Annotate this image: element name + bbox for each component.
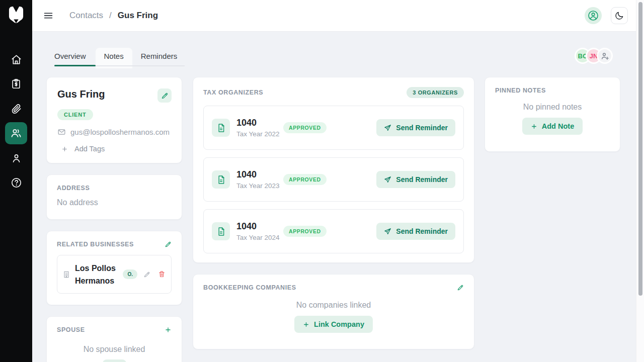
sidebar-item-home[interactable] <box>5 48 27 70</box>
delete-business-button[interactable] <box>158 270 166 278</box>
contacts-icon <box>10 127 22 139</box>
edit-bookkeeping-button[interactable] <box>457 284 464 291</box>
top-header: Contacts / Gus Fring <box>32 0 644 32</box>
spouse-empty-text: No spouse linked <box>57 345 172 354</box>
page-title: Gus Fring <box>118 11 158 21</box>
status-badge: APPROVED <box>283 122 327 133</box>
contact-email: gus@lospolloshermanos.com <box>70 128 170 136</box>
related-businesses-title: RELATED BUSINESSES <box>57 241 134 248</box>
pinned-notes-empty-text: No pinned notes <box>495 103 610 112</box>
organizer-form: 1040 <box>236 169 283 180</box>
envelope-icon <box>57 128 66 136</box>
paper-plane-icon <box>384 228 391 235</box>
hamburger-icon <box>43 10 54 21</box>
edit-pencil-icon <box>143 271 150 278</box>
person-plus-icon <box>600 51 610 61</box>
add-tags-button[interactable]: Add Tags <box>61 145 172 153</box>
related-business-row: Los Pollos Hermanos O. <box>57 255 172 294</box>
breadcrumb-separator: / <box>109 11 112 21</box>
plus-icon <box>303 321 309 328</box>
add-note-button[interactable]: Add Note <box>522 118 583 135</box>
contact-profile-card: Gus Fring CLIENT gus@lospolloshermanos.c… <box>46 77 182 163</box>
edit-contact-button[interactable] <box>157 88 172 103</box>
middle-column: TAX ORGANIZERS 3 ORGANIZERS 1040 Tax Yea… <box>193 77 474 349</box>
pinned-notes-title: PINNED NOTES <box>495 87 546 94</box>
link-spouse-button[interactable] <box>103 359 126 362</box>
organizer-year: Tax Year 2024 <box>236 234 283 241</box>
organizer-row: 1040 Tax Year 2023 APPROVED Send Reminde… <box>203 157 464 202</box>
sidebar-item-help[interactable] <box>5 171 27 194</box>
tax-organizers-title: TAX ORGANIZERS <box>203 89 263 96</box>
invoice-icon <box>11 78 22 89</box>
paper-plane-icon <box>384 176 391 184</box>
business-role-badge: O. <box>123 269 137 279</box>
scrollbar-thumb[interactable] <box>638 2 642 296</box>
tab-bar: Overview Notes Reminders <box>54 48 186 66</box>
dark-mode-toggle[interactable] <box>611 7 628 24</box>
edit-related-businesses-button[interactable] <box>165 241 172 248</box>
spouse-card: SPOUSE No spouse linked <box>46 316 182 362</box>
plus-icon <box>531 123 537 130</box>
paperclip-icon <box>11 103 22 115</box>
breadcrumb-contacts-link[interactable]: Contacts <box>69 11 103 21</box>
document-icon <box>216 123 226 133</box>
organizer-form: 1040 <box>236 118 283 128</box>
bookkeeping-empty-text: No companies linked <box>203 301 464 310</box>
sidebar <box>0 0 32 362</box>
organizer-form: 1040 <box>236 221 283 232</box>
menu-toggle-button[interactable] <box>43 10 54 21</box>
link-company-button[interactable]: Link Company <box>294 316 373 333</box>
address-empty-text: No address <box>57 198 172 207</box>
sidebar-item-contacts[interactable] <box>5 122 27 144</box>
header-actions <box>585 7 644 24</box>
address-card-title: ADDRESS <box>57 185 172 192</box>
user-avatar-button[interactable] <box>585 7 602 24</box>
address-card: ADDRESS No address <box>46 174 182 220</box>
scrollbar-track <box>636 0 644 362</box>
edit-pencil-icon <box>165 241 172 248</box>
person-icon <box>11 152 22 164</box>
app-logo[interactable] <box>9 6 24 23</box>
business-name: Los Pollos Hermanos <box>75 262 123 287</box>
contact-name: Gus Fring <box>57 88 105 100</box>
main-content: Overview Notes Reminders BC JN Gus Fring… <box>32 32 644 362</box>
add-tags-label: Add Tags <box>74 145 105 153</box>
sidebar-item-billing[interactable] <box>5 73 27 95</box>
breadcrumb: Contacts / Gus Fring <box>69 11 158 21</box>
right-column: PINNED NOTES No pinned notes Add Note <box>485 77 620 152</box>
pinned-notes-card: PINNED NOTES No pinned notes Add Note <box>485 77 620 152</box>
document-icon <box>216 227 226 236</box>
send-reminder-button[interactable]: Send Reminder <box>376 171 455 188</box>
team-avatar-stack: BC JN <box>575 48 613 64</box>
bookkeeping-title: BOOKKEEPING COMPANIES <box>203 284 296 291</box>
trash-icon <box>158 270 166 278</box>
organizer-count-badge: 3 ORGANIZERS <box>407 87 464 98</box>
active-tab-indicator <box>54 65 96 66</box>
moon-icon <box>614 11 624 21</box>
sidebar-item-files[interactable] <box>5 98 27 120</box>
edit-business-button[interactable] <box>143 271 150 278</box>
status-badge: APPROVED <box>283 226 327 237</box>
related-businesses-card: RELATED BUSINESSES Los Pollos Hermanos O… <box>46 231 182 305</box>
bookkeeping-companies-card: BOOKKEEPING COMPANIES No companies linke… <box>193 274 474 349</box>
edit-pencil-icon <box>161 92 169 100</box>
organizer-year: Tax Year 2023 <box>236 182 283 190</box>
organizer-row: 1040 Tax Year 2024 APPROVED Send Reminde… <box>203 209 464 253</box>
paper-plane-icon <box>384 124 391 132</box>
send-reminder-button[interactable]: Send Reminder <box>376 119 455 136</box>
document-icon <box>216 175 226 185</box>
left-column: Gus Fring CLIENT gus@lospolloshermanos.c… <box>46 77 182 362</box>
edit-pencil-icon <box>457 284 464 291</box>
send-reminder-button[interactable]: Send Reminder <box>376 223 455 240</box>
status-badge: APPROVED <box>283 174 327 185</box>
person-circle-icon <box>587 10 599 22</box>
building-icon <box>62 270 70 279</box>
add-team-member-button[interactable] <box>597 48 613 64</box>
sidebar-nav <box>5 48 27 196</box>
organizer-row: 1040 Tax Year 2022 APPROVED Send Reminde… <box>203 106 464 150</box>
sidebar-item-clients[interactable] <box>5 147 27 169</box>
add-spouse-button[interactable] <box>165 326 172 333</box>
organizer-year: Tax Year 2022 <box>236 130 283 138</box>
home-icon <box>11 54 22 65</box>
help-icon <box>11 177 22 189</box>
